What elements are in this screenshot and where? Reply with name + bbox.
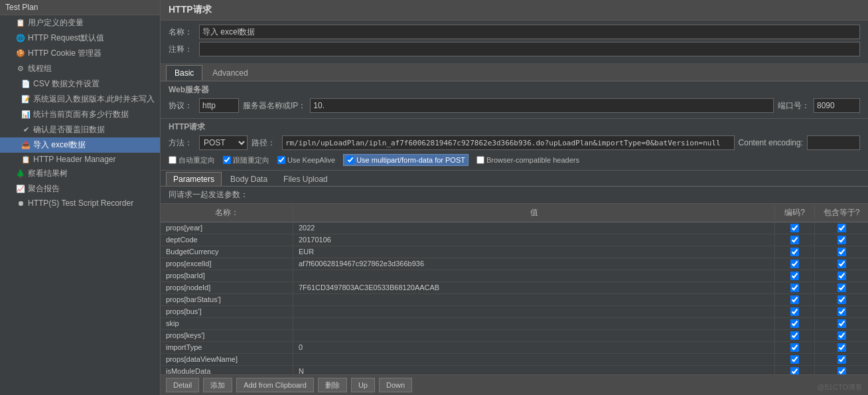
include-cb-1[interactable] — [837, 236, 846, 244]
td-encoded-6[interactable] — [775, 294, 815, 305]
sidebar-icon-sys-return: 📝 — [21, 95, 31, 104]
comment-input[interactable] — [199, 42, 860, 56]
encoded-cb-5[interactable] — [790, 283, 799, 292]
td-encoded-10[interactable] — [775, 342, 815, 353]
td-include-12[interactable] — [815, 366, 868, 374]
tab-basic[interactable]: Basic — [166, 65, 202, 80]
sidebar-item-agg-report[interactable]: 📈聚合报告 — [0, 181, 160, 197]
td-encoded-11[interactable] — [775, 354, 815, 365]
td-encoded-8[interactable] — [775, 318, 815, 329]
checkbox-auto-redirect[interactable]: 自动重定向 — [169, 155, 215, 165]
sidebar-item-cookie-mgr[interactable]: 🍪HTTP Cookie 管理器 — [0, 46, 160, 61]
encoded-cb-4[interactable] — [790, 272, 799, 280]
encoded-cb-3[interactable] — [790, 260, 799, 268]
td-encoded-3[interactable] — [775, 258, 815, 270]
sub-tab-files-upload[interactable]: Files Upload — [276, 172, 335, 186]
td-encoded-2[interactable] — [775, 246, 815, 258]
port-input[interactable] — [814, 98, 860, 113]
td-encoded-1[interactable] — [775, 234, 815, 246]
encoded-cb-0[interactable] — [790, 224, 799, 232]
td-encoded-9[interactable] — [775, 330, 815, 341]
include-cb-2[interactable] — [837, 248, 846, 256]
td-name-9: props[keys'] — [161, 330, 293, 341]
td-encoded-7[interactable] — [775, 306, 815, 317]
sidebar-item-thread-group[interactable]: ⚙线程组 — [0, 61, 160, 76]
btn-add-from-clipboard[interactable]: Add from Clipboard — [236, 378, 314, 392]
td-include-5[interactable] — [815, 282, 868, 293]
btn-删除[interactable]: 删除 — [318, 378, 347, 392]
include-cb-12[interactable] — [837, 367, 846, 374]
checkbox-use-keepalive[interactable]: Use KeepAlive — [277, 156, 335, 164]
td-include-0[interactable] — [815, 222, 868, 234]
td-encoded-12[interactable] — [775, 366, 815, 374]
encoded-cb-8[interactable] — [790, 319, 799, 328]
encoded-cb-11[interactable] — [790, 355, 799, 364]
checkbox-label-follow-redirect: 跟随重定向 — [233, 155, 269, 165]
include-cb-10[interactable] — [837, 343, 846, 352]
td-include-4[interactable] — [815, 270, 868, 281]
td-include-7[interactable] — [815, 306, 868, 317]
td-name-0: props[year] — [161, 222, 293, 234]
td-value-10: 0 — [293, 342, 775, 353]
include-cb-6[interactable] — [837, 295, 846, 304]
sidebar-item-import-excel[interactable]: 📥导入 excel数据 — [0, 137, 160, 153]
sidebar-item-check-cover[interactable]: ✔确认是否覆盖旧数据 — [0, 122, 160, 137]
btn-up[interactable]: Up — [351, 378, 375, 392]
sidebar-item-results-tree[interactable]: 🌲察看结果树 — [0, 166, 160, 181]
checkbox-input-use-keepalive[interactable] — [277, 156, 285, 164]
include-cb-8[interactable] — [837, 319, 846, 328]
sidebar-item-script-recorder[interactable]: ⏺HTTP(S) Test Script Recorder — [0, 197, 160, 210]
name-input[interactable] — [199, 25, 860, 39]
checkbox-use-multipart[interactable]: Use multipart/form-data for POST — [343, 154, 469, 166]
checkbox-input-follow-redirect[interactable] — [223, 156, 231, 164]
checkbox-input-browser-headers[interactable] — [476, 156, 484, 164]
encoded-cb-10[interactable] — [790, 343, 799, 352]
server-input[interactable] — [310, 98, 774, 113]
encoded-cb-7[interactable] — [790, 307, 799, 316]
btn-添加[interactable]: 添加 — [203, 378, 232, 392]
checkbox-follow-redirect[interactable]: 跟随重定向 — [223, 155, 269, 165]
include-cb-4[interactable] — [837, 272, 846, 280]
tab-advanced[interactable]: Advanced — [204, 65, 256, 80]
sidebar-item-http-header[interactable]: 📋HTTP Header Manager — [0, 153, 160, 166]
checkbox-input-auto-redirect[interactable] — [169, 156, 177, 164]
checkbox-input-use-multipart[interactable] — [346, 156, 354, 164]
encoded-cb-6[interactable] — [790, 295, 799, 304]
td-include-10[interactable] — [815, 342, 868, 353]
td-include-3[interactable] — [815, 258, 868, 270]
encoded-cb-12[interactable] — [790, 367, 799, 374]
td-encoded-4[interactable] — [775, 270, 815, 281]
td-include-11[interactable] — [815, 354, 868, 365]
encoded-cb-2[interactable] — [790, 248, 799, 256]
encoded-cb-9[interactable] — [790, 331, 799, 340]
td-name-3: props[excelId] — [161, 258, 293, 270]
td-include-9[interactable] — [815, 330, 868, 341]
sidebar-item-sys-return[interactable]: 📝系统返回入数据版本,此时并未写入 — [0, 92, 160, 107]
encoded-cb-1[interactable] — [790, 236, 799, 244]
include-cb-11[interactable] — [837, 355, 846, 364]
sidebar-item-user-vars[interactable]: 📋用户定义的变量 — [0, 15, 160, 31]
td-include-6[interactable] — [815, 294, 868, 305]
method-select[interactable]: POST GET PUT DELETE — [199, 135, 248, 150]
td-encoded-5[interactable] — [775, 282, 815, 293]
sidebar-item-http-defaults[interactable]: 🌐HTTP Request默认值 — [0, 31, 160, 46]
include-cb-5[interactable] — [837, 283, 846, 292]
include-cb-7[interactable] — [837, 307, 846, 316]
sub-tab-body-data[interactable]: Body Data — [223, 172, 275, 186]
include-cb-9[interactable] — [837, 331, 846, 340]
checkbox-browser-headers[interactable]: Browser-compatible headers — [476, 156, 579, 164]
sub-tab-parameters[interactable]: Parameters — [166, 172, 222, 186]
path-input[interactable] — [282, 135, 735, 150]
include-cb-0[interactable] — [837, 224, 846, 232]
td-include-8[interactable] — [815, 318, 868, 329]
td-encoded-0[interactable] — [775, 222, 815, 234]
sidebar-item-count-rows[interactable]: 📊统计当前页面有多少行数据 — [0, 107, 160, 122]
include-cb-3[interactable] — [837, 260, 846, 268]
encoding-input[interactable] — [807, 135, 860, 150]
btn-down[interactable]: Down — [379, 378, 412, 392]
td-include-2[interactable] — [815, 246, 868, 258]
btn-detail[interactable]: Detail — [166, 378, 199, 392]
protocol-input[interactable] — [199, 98, 239, 113]
sidebar-item-csv-data[interactable]: 📄CSV 数据文件设置 — [0, 76, 160, 92]
td-include-1[interactable] — [815, 234, 868, 246]
